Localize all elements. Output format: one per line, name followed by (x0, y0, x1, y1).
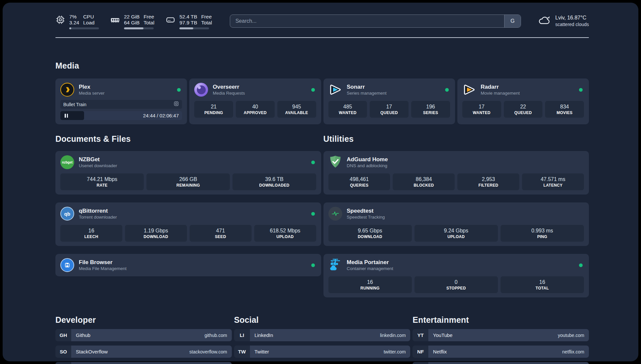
bookmark-linkedin[interactable]: LI LinkedIn linkedin.com (234, 329, 411, 341)
stat-rate: 744.21 Mbps RATE (60, 173, 144, 190)
app-card-speedtest[interactable]: Speedtest Speedtest Tracking 9.65 Gbps D… (323, 202, 589, 246)
stat-upload: 9.24 Gbps UPLOAD (414, 225, 498, 242)
app-subtitle: Speedtest Tracking (347, 214, 584, 220)
stat-wanted: 485 WANTED (328, 101, 367, 118)
ram-free-value: 22 GiB (124, 14, 139, 20)
cpu-icon (55, 15, 65, 25)
app-card-qbittorrent[interactable]: qb qBittorrent Torrent downloader 16 LEE… (55, 202, 321, 246)
cpu-label: CPU (83, 14, 94, 20)
pause-icon[interactable] (60, 111, 84, 120)
app-subtitle: Media server (79, 90, 177, 96)
section-title-documents: Documents & Files (55, 134, 321, 144)
app-subtitle: Torrent downloader (79, 214, 311, 220)
stat-available: 945 AVAILABLE (277, 101, 316, 118)
status-dot (579, 263, 583, 267)
stat-downloaded: 39.6 TB DOWNLOADED (232, 173, 316, 190)
app-name: Media Portainer (347, 259, 579, 266)
bookmark-url: stackoverflow.com (189, 349, 227, 354)
app-card-portainer[interactable]: Media Portainer Container management 16 … (323, 254, 589, 297)
stat-series: 196 SERIES (411, 101, 450, 118)
app-card-overseerr[interactable]: Overseerr Media Requests 21 PENDING 40 A… (189, 78, 321, 124)
nzbget-icon: nzbget (60, 155, 74, 169)
bookmark-dev[interactable]: DT DEV dev.to (55, 362, 232, 364)
stat-latency: 47.571 ms LATENCY (522, 173, 584, 190)
bookmark-url: linkedin.com (380, 333, 406, 338)
bookmark-name: Github (76, 332, 204, 338)
bookmark-abbr: NF (412, 346, 428, 358)
status-dot (177, 88, 181, 92)
bookmark-abbr: TW (234, 346, 250, 358)
stat-queries: 498,461 QUERIES (328, 173, 390, 190)
app-card-sonarr[interactable]: Sonarr Series management 485 WANTED 17 Q… (323, 78, 455, 124)
app-subtitle: Container management (347, 266, 579, 271)
app-subtitle: DNS and adblocking (347, 163, 584, 168)
cpu-load-value: 3.24 (69, 20, 79, 26)
search-engine-button[interactable]: G (504, 15, 521, 27)
now-playing-bar[interactable]: Bullet Train (60, 100, 182, 109)
bookmark-netflix[interactable]: NF Netflix netflix.com (412, 346, 589, 358)
status-dot (311, 161, 315, 164)
app-name: AdGuard Home (347, 156, 584, 163)
status-dot (311, 263, 315, 267)
stat-seed: 471 SEED (190, 225, 252, 242)
cpu-progress-track (69, 27, 99, 29)
stat-filtered: 2,953 FILTERED (457, 173, 519, 190)
bookmark-name: YouTube (433, 332, 558, 338)
app-card-filebrowser[interactable]: File Browser Media File Management (55, 254, 321, 276)
app-subtitle: Media Requests (213, 90, 311, 96)
adguard-icon (328, 155, 342, 169)
disk-total-label: Total (201, 20, 212, 26)
status-dot (579, 88, 583, 92)
bookmark-stackoverflow[interactable]: SO StackOverflow stackoverflow.com (55, 346, 232, 358)
section-title-utilities: Utilities (323, 134, 589, 144)
ram-total-value: 64 GiB (124, 20, 139, 26)
stat-download: 9.65 Gbps DOWNLOAD (328, 225, 412, 242)
weather-widget: Lviv, 16.87°C scattered clouds (537, 15, 589, 28)
app-subtitle: Media File Management (79, 266, 311, 271)
bookmark-abbr: YT (412, 329, 428, 341)
bookmark-github[interactable]: GH Github github.com (55, 329, 232, 341)
bookmark-twitter[interactable]: TW Twitter twitter.com (234, 346, 411, 358)
app-subtitle: Series management (347, 90, 445, 96)
disk-stat: 52.4 TB 97.9 TB Free Total (166, 14, 212, 29)
disk-progress-fill (179, 27, 193, 29)
search-input[interactable] (230, 15, 504, 27)
app-name: Plex (79, 83, 177, 90)
app-card-plex[interactable]: Plex Media server Bullet Train 24:44 / 0… (55, 78, 187, 124)
app-name: Radarr (481, 83, 579, 90)
app-card-nzbget[interactable]: nzbget NZBGet Usenet downloader 744.21 M… (55, 151, 321, 195)
weather-condition: scattered clouds (555, 21, 589, 28)
media-type-icon (173, 101, 179, 108)
speedtest-icon (328, 207, 342, 221)
app-card-radarr[interactable]: Radarr Movie management 17 WANTED 22 QUE… (457, 78, 589, 124)
cpu-stat: 7% 3.24 CPU Load (55, 14, 99, 29)
bookmark-reddit[interactable]: RE Reddit reddit.com (412, 362, 589, 364)
app-name: NZBGet (79, 156, 311, 163)
stat-remaining: 266 GB REMAINING (146, 173, 230, 190)
plex-icon (60, 83, 74, 97)
app-name: Speedtest (347, 207, 584, 214)
section-title-social: Social (234, 315, 411, 325)
bookmark-abbr: DT (55, 362, 71, 364)
status-dot (445, 88, 449, 92)
section-title-developer: Developer (55, 315, 232, 325)
stat-queued: 17 QUEUED (370, 101, 409, 118)
ram-stat: 22 GiB 64 GiB Free Total (110, 14, 154, 29)
cloud-icon (537, 15, 551, 27)
bookmark-abbr: GH (55, 329, 71, 341)
bookmark-name: Netflix (433, 349, 562, 354)
cpu-load-label: Load (83, 20, 94, 26)
app-subtitle: Movie management (481, 90, 579, 96)
stat-approved: 40 APPROVED (236, 101, 275, 118)
bookmark-name: Twitter (255, 349, 384, 354)
stat-stopped: 0 STOPPED (414, 276, 498, 293)
status-dot (311, 212, 315, 216)
stat-blocked: 86,384 BLOCKED (393, 173, 455, 190)
disk-progress-track (179, 27, 209, 29)
bookmark-url: netflix.com (562, 349, 584, 354)
app-card-adguard[interactable]: AdGuard Home DNS and adblocking 498,461 … (323, 151, 589, 195)
stat-download: 1.19 Gbps DOWNLOAD (125, 225, 187, 242)
stat-running: 16 RUNNING (328, 276, 412, 293)
bookmark-youtube[interactable]: YT YouTube youtube.com (412, 329, 589, 341)
playback-progress-bar[interactable]: 24:44 / 02:06:47 (60, 111, 182, 120)
